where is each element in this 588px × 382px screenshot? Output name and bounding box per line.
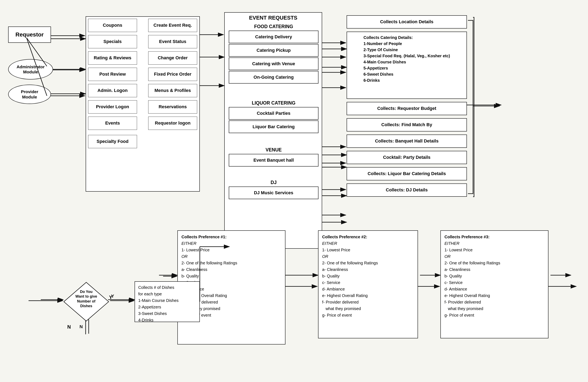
on-going-catering-box: On-Going Catering <box>229 71 318 83</box>
food-catering-label: FOOD CATERING <box>229 24 318 29</box>
change-order-box: Change Order <box>148 51 197 65</box>
svg-line-63 <box>26 38 47 96</box>
provider-logon-box: Provider Logon <box>88 100 137 114</box>
dishes-box: Collects # of Dishes for each type 1-Mai… <box>135 281 200 322</box>
liquor-bar-catering-box: Liquor Bar Catering <box>229 121 318 133</box>
collects-liquor-bar-box: Collects: Liquor Bar Catering Details <box>347 167 467 181</box>
post-review-box: Post Review <box>88 68 137 81</box>
catering-delivery-box: Catering Delivery <box>229 31 318 43</box>
collects-banquet-box: Collects: Banquet Hall Details <box>347 135 467 148</box>
reservations-box: Reservations <box>148 100 197 114</box>
main-module-box: Coupons Specials Rating & Reviews Post R… <box>86 16 200 192</box>
preference3-box: Collects Preference #3: EITHER 1- Lowest… <box>441 230 548 338</box>
specialty-food-box: Specialty Food <box>88 135 137 148</box>
event-banquet-hall-box: Event Banquet hall <box>229 154 318 166</box>
create-event-req-box: Create Event Req. <box>148 19 197 32</box>
diamond-shape: Do YouWant to giveNumber ofDishes <box>63 281 110 322</box>
collects-find-match-box: Collects: Find Match By <box>347 118 467 131</box>
event-status-box: Event Status <box>148 35 197 48</box>
liquor-catering-label: LIQUOR CATERING <box>229 100 318 106</box>
coupons-box: Coupons <box>88 19 137 32</box>
requestor-logon-box: Requestor logon <box>148 117 197 130</box>
diamond-n-label: N <box>67 324 71 330</box>
svg-text:N: N <box>80 324 83 329</box>
events-box: Events <box>88 117 137 130</box>
collects-catering-details-box: Collects Catering Details: 1-Number of P… <box>347 32 467 99</box>
rating-reviews-box: Rating & Reviews <box>88 51 137 65</box>
event-requests-container: EVENT REQUESTS FOOD CATERING Catering De… <box>224 12 322 249</box>
cocktail-parties-box: Cocktail Parties <box>229 107 318 120</box>
venue-label: VENUE <box>229 147 318 153</box>
event-requests-label: EVENT REQUESTS <box>225 15 322 21</box>
catering-pickup-box: Catering Pickup <box>229 44 318 57</box>
collects-dj-details-box: Collects: DJ Details <box>347 183 467 197</box>
dj-music-services-box: DJ Music Services <box>229 186 318 199</box>
admin-logon-box: Admin. Logon <box>88 84 137 97</box>
menus-profiles-box: Menus & Profiles <box>148 84 197 97</box>
preference2-box: Collects Preference #2: EITHER 1- Lowest… <box>318 230 418 338</box>
collects-location-box: Collects Location Details <box>347 15 467 29</box>
dj-label: DJ <box>229 180 318 185</box>
diagram-container: N Y Requestor AdministratorModule Provid… <box>0 0 588 382</box>
specials-box: Specials <box>88 35 137 48</box>
cocktail-party-details-box: Cocktail: Party Details <box>347 151 467 164</box>
collects-budget-box: Collects: Requestor Budget <box>347 102 467 115</box>
fixed-price-order-box: Fixed Price Order <box>148 68 197 81</box>
catering-with-venue-box: Catering with Venue <box>229 58 318 70</box>
